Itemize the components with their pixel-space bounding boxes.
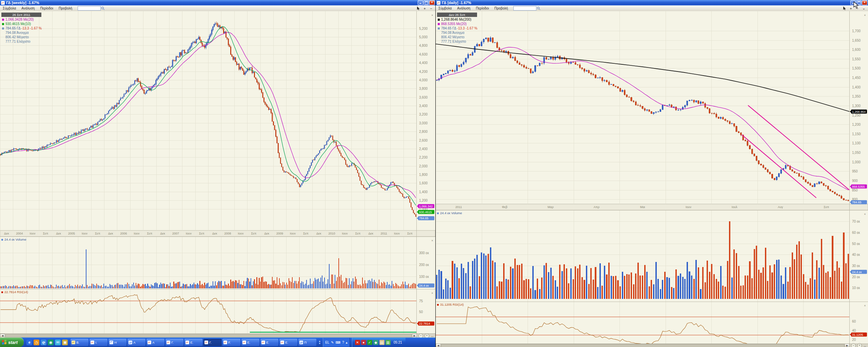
volume-pane-close-icon[interactable]: ×	[863, 213, 867, 216]
doc-icon[interactable]: ▤	[379, 340, 384, 345]
svg-text:Ιουν: Ιουν	[82, 232, 87, 235]
minimize-button[interactable]	[418, 0, 423, 5]
svg-text:Μαι: Μαι	[640, 205, 645, 209]
pointer-icon[interactable]	[416, 6, 420, 11]
menu-item-3[interactable]: Προβολή	[56, 6, 75, 11]
mail-icon[interactable]: ✉	[55, 340, 61, 345]
chevron-down-icon[interactable]: ⌄	[862, 6, 866, 11]
svg-text:1,350: 1,350	[852, 95, 861, 98]
messenger-icon[interactable]: ღ	[41, 340, 46, 345]
close-button[interactable]: ×	[862, 0, 867, 5]
language-indicator[interactable]: EL	[325, 341, 329, 344]
scroll-left-icon[interactable]: ◀	[0, 334, 5, 338]
chart-icon	[204, 341, 208, 344]
menu-item-3[interactable]: Προβολή	[492, 6, 511, 11]
scroll-left-icon[interactable]: ◀	[436, 344, 441, 347]
svg-text:75: 75	[419, 299, 423, 303]
plus-icon[interactable]: +	[849, 6, 853, 11]
stop-icon[interactable]: ●	[361, 340, 366, 345]
svg-text:2008: 2008	[224, 232, 231, 235]
chart-legend: 26 Σεπ 20111,066.3428 Με(20)930.4615 Με(…	[1, 13, 42, 44]
check-icon[interactable]: ✓	[367, 340, 372, 345]
taskbar-page-control[interactable]: ▲▼	[318, 340, 321, 345]
pen-icon[interactable]: ✎	[331, 341, 334, 344]
minus-icon[interactable]: −	[429, 6, 433, 11]
fit-width-icon[interactable]: ↔	[863, 344, 867, 347]
svg-text:60: 60	[852, 320, 856, 323]
start-button[interactable]: start	[0, 338, 24, 347]
update-icon[interactable]: ◆	[373, 340, 378, 345]
chart-icon	[185, 341, 189, 344]
legend-row: 784.65 ΓΔ -13.3 -1.67 %	[437, 26, 477, 30]
symbol-search-input[interactable]	[78, 6, 101, 11]
svg-text:1,150: 1,150	[852, 132, 861, 136]
clock-icon[interactable]: ◷	[34, 340, 39, 345]
zoom-out-icon[interactable]: −	[418, 333, 423, 338]
help-icon[interactable]: ?	[342, 341, 344, 344]
search-icon[interactable]	[101, 6, 105, 11]
zoom-in-icon[interactable]: +	[857, 343, 862, 347]
menu-item-0[interactable]: Σύμβολα	[436, 6, 454, 11]
task-button-12[interactable]: Π	[298, 339, 316, 346]
network-icon[interactable]: ▥	[386, 340, 391, 345]
task-button-5[interactable]: Γ.	[165, 339, 183, 346]
task-button-7[interactable]: Γ.	[203, 339, 221, 346]
rsi-pane-close-icon[interactable]: ×	[431, 292, 434, 295]
fit-width-icon[interactable]: ↔	[431, 334, 434, 338]
svg-text:31.1205: 31.1205	[852, 333, 863, 336]
svg-text:Σεπ: Σεπ	[824, 205, 829, 209]
zoom-out-icon[interactable]: −	[851, 343, 856, 347]
task-button-4[interactable]: A	[146, 339, 164, 346]
task-button-0[interactable]: B.	[71, 339, 88, 346]
chart-scrollbar[interactable]: ◀▶−+↔	[0, 333, 435, 338]
menu-item-1[interactable]: Ανάλυση	[19, 6, 37, 11]
symbol-search-input[interactable]	[513, 6, 536, 11]
svg-text:Ιουν: Ιουν	[134, 232, 139, 235]
title-bar[interactable]: ΓΔ [weekly] -1.67%×	[0, 0, 435, 5]
task-button-2[interactable]: H	[108, 339, 126, 346]
task-button-1[interactable]: I.	[90, 339, 107, 346]
chart-scrollbar[interactable]: ◀▶−+↔	[436, 344, 868, 347]
search-icon[interactable]	[536, 6, 541, 11]
svg-text:4,600: 4,600	[419, 53, 428, 56]
zoom-in-icon[interactable]: +	[425, 333, 429, 338]
price-pane-close-icon[interactable]: ×	[863, 14, 867, 17]
menu-item-0[interactable]: Σύμβολα	[0, 6, 19, 11]
title-bar[interactable]: ΓΔ [daily] -1.67%×	[436, 0, 868, 5]
pointer-icon[interactable]	[842, 6, 847, 11]
scroll-track[interactable]	[5, 334, 412, 338]
task-button-11[interactable]: E.	[279, 339, 297, 346]
language-bar[interactable]: EL✎⌨?▴	[323, 338, 350, 347]
close-button[interactable]: ×	[429, 0, 435, 5]
menu-item-2[interactable]: Περίοδοι	[473, 6, 492, 11]
earth-icon[interactable]: ◉	[48, 340, 54, 345]
price-pane-close-icon[interactable]: ×	[431, 14, 434, 17]
task-button-9[interactable]: E.	[241, 339, 259, 346]
keyboard-icon[interactable]: ⌨	[336, 341, 340, 344]
chart-canvas[interactable]: 5,2005,0004,8004,6004,4004,2004,0003,800…	[0, 11, 435, 338]
scroll-track[interactable]	[441, 344, 844, 347]
maximize-button[interactable]	[423, 0, 429, 5]
task-button-8[interactable]: F.	[222, 339, 240, 346]
task-button-6[interactable]: E.	[184, 339, 202, 346]
ie-icon[interactable]: e	[26, 340, 32, 345]
windows-logo-icon	[2, 340, 7, 345]
chart-canvas[interactable]: 1,7001,6501,6001,5501,5001,4501,4001,350…	[436, 11, 868, 347]
menu-item-1[interactable]: Ανάλυση	[454, 6, 473, 11]
menu-item-2[interactable]: Περίοδοι	[37, 6, 56, 11]
svg-text:2,000: 2,000	[419, 164, 428, 168]
plus-icon[interactable]: +	[422, 6, 427, 11]
svg-text:24.4 εκ: 24.4 εκ	[419, 284, 429, 287]
scroll-right-icon[interactable]: ▶	[845, 344, 850, 347]
alert-icon[interactable]: ✕	[355, 340, 360, 345]
chevron-up-icon[interactable]: ▴	[346, 341, 348, 344]
svg-text:1,400: 1,400	[852, 85, 861, 89]
svg-text:Ιουν: Ιουν	[186, 232, 192, 235]
svg-text:Ιουν: Ιουν	[238, 232, 243, 235]
folder-icon[interactable]: ▣	[62, 340, 68, 345]
rsi-pane-close-icon[interactable]: ×	[863, 304, 867, 308]
scroll-right-icon[interactable]: ▶	[412, 334, 417, 338]
task-button-10[interactable]: E.	[260, 339, 278, 346]
task-button-3[interactable]: A	[127, 339, 145, 346]
volume-pane-close-icon[interactable]: ×	[431, 239, 434, 243]
